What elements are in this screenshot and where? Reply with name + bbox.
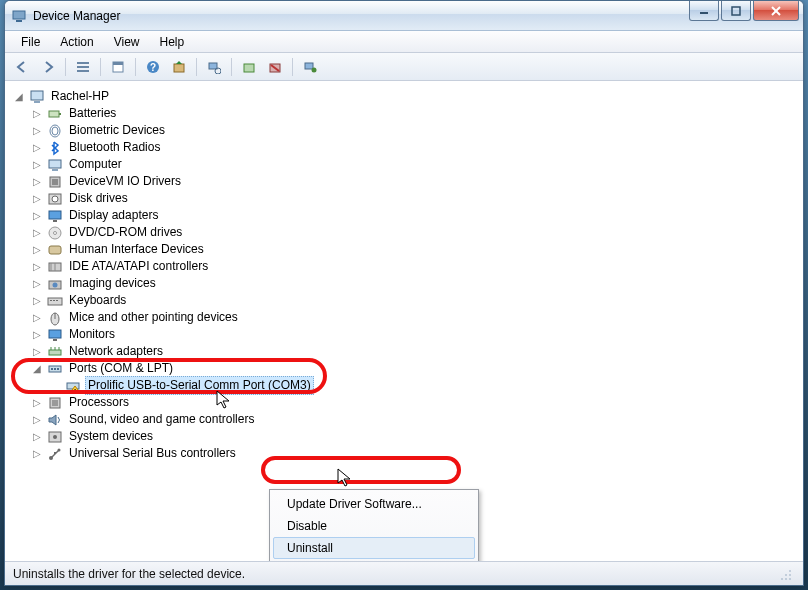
device-icon — [47, 157, 63, 173]
svg-point-65 — [53, 435, 57, 439]
update-driver-button[interactable] — [168, 56, 190, 78]
tree-category[interactable]: ▷DeviceVM IO Drivers — [31, 173, 799, 190]
list-view-button[interactable] — [72, 56, 94, 78]
tree-category-label: Bluetooth Radios — [67, 139, 162, 156]
expand-icon[interactable]: ▷ — [31, 193, 43, 205]
tree-category[interactable]: ▷Biometric Devices — [31, 122, 799, 139]
toolbar-separator — [196, 58, 197, 76]
expand-icon[interactable]: ▷ — [31, 244, 43, 256]
menu-view[interactable]: View — [104, 31, 150, 52]
context-update-driver[interactable]: Update Driver Software... — [273, 493, 475, 515]
svg-rect-44 — [50, 300, 52, 301]
expand-icon[interactable]: ▷ — [31, 176, 43, 188]
expand-icon[interactable]: ▷ — [31, 397, 43, 409]
tree-root[interactable]: ◢ Rachel-HP — [13, 88, 799, 105]
menu-action[interactable]: Action — [50, 31, 103, 52]
tree-category[interactable]: ▷Network adapters — [31, 343, 799, 360]
svg-rect-73 — [789, 578, 791, 580]
tree-category[interactable]: ▷Universal Serial Bus controllers — [31, 445, 799, 462]
collapse-icon[interactable]: ◢ — [13, 91, 25, 103]
expand-icon[interactable]: ▷ — [31, 295, 43, 307]
tree-device-prolific[interactable]: !Prolific USB-to-Serial Comm Port (COM3) — [49, 377, 799, 394]
tree-category[interactable]: ▷Processors — [31, 394, 799, 411]
svg-rect-33 — [49, 211, 61, 219]
menu-help[interactable]: Help — [150, 31, 195, 52]
tree-category[interactable]: ▷Batteries — [31, 105, 799, 122]
port-warning-icon: ! — [65, 378, 81, 394]
tree-category[interactable]: ▷Display adapters — [31, 207, 799, 224]
maximize-button[interactable] — [721, 1, 751, 21]
tree-category-label: Network adapters — [67, 343, 165, 360]
expand-icon[interactable]: ▷ — [31, 431, 43, 443]
tree-category-label: Computer — [67, 156, 124, 173]
enable-device-button[interactable] — [238, 56, 260, 78]
svg-text:!: ! — [74, 386, 77, 394]
expand-icon[interactable]: ▷ — [31, 329, 43, 341]
device-tree[interactable]: ◢ Rachel-HP ▷Batteries▷Biometric Devices… — [5, 82, 803, 468]
help-button[interactable]: ? — [142, 56, 164, 78]
expand-icon[interactable]: ▷ — [31, 261, 43, 273]
context-disable[interactable]: Disable — [273, 515, 475, 537]
properties-button[interactable] — [107, 56, 129, 78]
tree-category[interactable]: ▷IDE ATA/ATAPI controllers — [31, 258, 799, 275]
expand-icon[interactable]: ▷ — [31, 346, 43, 358]
expand-icon[interactable]: ▷ — [31, 159, 43, 171]
tree-category-label: Sound, video and game controllers — [67, 411, 256, 428]
svg-rect-8 — [77, 70, 89, 72]
context-uninstall[interactable]: Uninstall — [273, 537, 475, 559]
app-icon — [11, 8, 27, 24]
back-button[interactable] — [11, 56, 33, 78]
expand-icon[interactable]: ▷ — [31, 312, 43, 324]
expand-icon[interactable]: ▷ — [31, 448, 43, 460]
tree-category[interactable]: ▷DVD/CD-ROM drives — [31, 224, 799, 241]
collapse-icon[interactable]: ◢ — [31, 363, 43, 375]
svg-rect-23 — [49, 111, 59, 117]
menu-file[interactable]: File — [11, 31, 50, 52]
tree-category[interactable]: ▷Keyboards — [31, 292, 799, 309]
toolbar-separator — [135, 58, 136, 76]
tree-category-label: Ports (COM & LPT) — [67, 360, 175, 377]
scan-hardware-button[interactable] — [203, 56, 225, 78]
device-icon — [47, 174, 63, 190]
tree-category[interactable]: ▷Sound, video and game controllers — [31, 411, 799, 428]
tree-category-label: Display adapters — [67, 207, 160, 224]
toolbar-separator — [100, 58, 101, 76]
expand-icon[interactable]: ▷ — [31, 278, 43, 290]
tree-category[interactable]: ▷Human Interface Devices — [31, 241, 799, 258]
forward-button[interactable] — [37, 56, 59, 78]
show-hidden-button[interactable] — [299, 56, 321, 78]
expand-icon[interactable]: ▷ — [31, 125, 43, 137]
svg-point-32 — [52, 196, 58, 202]
svg-rect-63 — [52, 400, 58, 406]
device-icon — [47, 208, 63, 224]
tree-category-label: Imaging devices — [67, 275, 158, 292]
tree-category-ports[interactable]: ◢Ports (COM & LPT) — [31, 360, 799, 377]
tree-category[interactable]: ▷Mice and other pointing devices — [31, 309, 799, 326]
tree-category[interactable]: ▷Monitors — [31, 326, 799, 343]
tree-category-label: Keyboards — [67, 292, 128, 309]
toolbar-separator — [65, 58, 66, 76]
tree-category[interactable]: ▷Disk drives — [31, 190, 799, 207]
device-icon — [47, 225, 63, 241]
context-menu: Update Driver Software... Disable Uninst… — [269, 489, 479, 561]
expand-icon[interactable]: ▷ — [31, 227, 43, 239]
resize-grip-icon[interactable] — [779, 566, 795, 582]
tree-category[interactable]: ▷Imaging devices — [31, 275, 799, 292]
uninstall-device-button[interactable] — [264, 56, 286, 78]
minimize-button[interactable] — [689, 1, 719, 21]
expand-icon[interactable]: ▷ — [31, 142, 43, 154]
svg-rect-50 — [53, 339, 57, 341]
close-button[interactable] — [753, 1, 799, 21]
device-icon — [47, 259, 63, 275]
svg-rect-6 — [77, 62, 89, 64]
expand-icon[interactable]: ▷ — [31, 210, 43, 222]
svg-rect-1 — [16, 20, 22, 22]
expand-icon[interactable]: ▷ — [31, 414, 43, 426]
tree-category[interactable]: ▷Computer — [31, 156, 799, 173]
svg-rect-71 — [789, 574, 791, 576]
tree-category[interactable]: ▷System devices — [31, 428, 799, 445]
tree-category[interactable]: ▷Bluetooth Radios — [31, 139, 799, 156]
svg-rect-27 — [49, 160, 61, 168]
svg-rect-34 — [53, 220, 57, 222]
expand-icon[interactable]: ▷ — [31, 108, 43, 120]
